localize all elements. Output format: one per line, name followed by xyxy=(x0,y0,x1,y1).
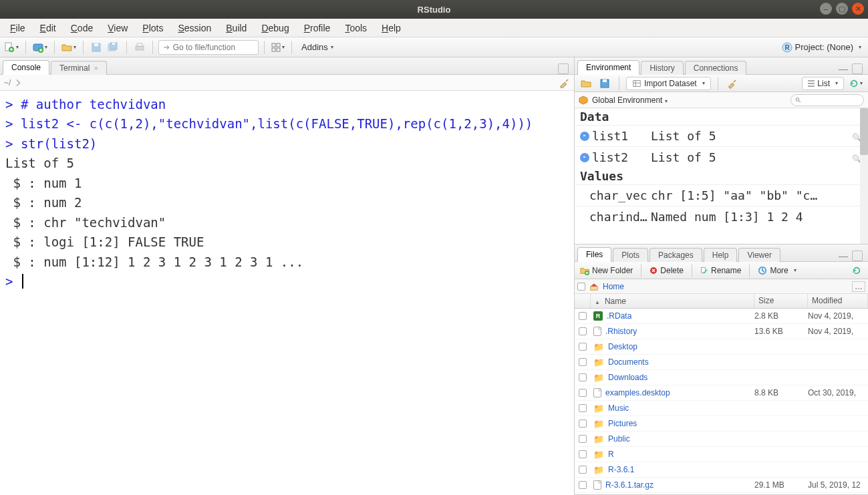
file-name[interactable]: Music xyxy=(608,403,629,413)
env-value-row[interactable]: char_vecchr [1:5] "aa" "bb" "c… xyxy=(575,184,868,206)
save-all-button[interactable] xyxy=(106,40,121,55)
file-row[interactable]: .Rhistory13.6 KBNov 4, 2019, xyxy=(575,324,868,339)
file-checkbox[interactable] xyxy=(579,450,587,458)
menu-view[interactable]: View xyxy=(102,21,134,35)
env-clear-button[interactable] xyxy=(725,76,740,91)
scrollbar-track[interactable] xyxy=(860,108,868,244)
env-search-input[interactable] xyxy=(790,94,864,106)
file-name[interactable]: .RData xyxy=(607,311,631,321)
broom-icon[interactable] xyxy=(559,77,570,88)
menu-build[interactable]: Build xyxy=(220,21,253,35)
file-row[interactable]: R xyxy=(575,447,868,462)
file-name[interactable]: Documents xyxy=(608,357,649,367)
menu-tools[interactable]: Tools xyxy=(339,21,373,35)
file-checkbox[interactable] xyxy=(579,466,587,474)
print-button[interactable] xyxy=(132,40,147,55)
col-modified-header[interactable]: Modified xyxy=(808,294,868,308)
tab-connections[interactable]: Connections xyxy=(685,61,747,75)
file-row[interactable]: Downloads xyxy=(575,370,868,385)
tab-viewer[interactable]: Viewer xyxy=(738,248,780,262)
file-checkbox[interactable] xyxy=(579,327,587,335)
env-data-row[interactable]: list2List of 5 xyxy=(575,146,868,168)
env-view-mode[interactable]: List xyxy=(802,77,844,90)
expand-icon[interactable] xyxy=(580,153,589,162)
pane-minimize-icon[interactable]: — xyxy=(839,251,848,261)
file-name[interactable]: R-3.6.1.tar.gz xyxy=(605,480,654,490)
goto-file-function-input[interactable] xyxy=(158,40,259,55)
menu-code[interactable]: Code xyxy=(65,21,99,35)
env-open-button[interactable] xyxy=(579,76,593,91)
file-name[interactable]: Desktop xyxy=(608,342,637,351)
window-maximize-button[interactable]: ▢ xyxy=(836,3,848,15)
file-checkbox[interactable] xyxy=(579,435,587,443)
file-row[interactable]: examples.desktop8.8 KBOct 30, 2019, xyxy=(575,385,868,401)
console-output[interactable]: > # author techvidvan > list2 <- c(c(1,2… xyxy=(0,91,574,495)
tab-history[interactable]: History xyxy=(641,61,683,75)
file-row[interactable]: Music xyxy=(575,401,868,416)
env-refresh-button[interactable] xyxy=(848,76,864,91)
file-checkbox[interactable] xyxy=(579,420,587,428)
delete-button[interactable]: Delete xyxy=(648,263,685,278)
file-row[interactable]: .RData2.8 KBNov 4, 2019, xyxy=(575,309,868,324)
file-row[interactable]: R-3.6.1.tar.gz29.1 MBJul 5, 2019, 12 xyxy=(575,478,868,493)
new-folder-button[interactable]: New Folder xyxy=(579,263,634,278)
select-all-checkbox[interactable] xyxy=(577,283,585,291)
grid-button[interactable] xyxy=(270,40,286,55)
file-name[interactable]: R-3.6.1 xyxy=(608,465,634,474)
window-minimize-button[interactable]: – xyxy=(820,3,832,15)
env-value-row[interactable]: charind…Named num [1:3] 1 2 4 xyxy=(575,206,868,227)
file-row[interactable]: Public xyxy=(575,432,868,447)
pane-window-icon[interactable] xyxy=(852,63,863,74)
tab-packages[interactable]: Packages xyxy=(649,248,702,262)
open-file-button[interactable] xyxy=(60,40,78,55)
col-size-header[interactable]: Size xyxy=(754,294,808,308)
more-button[interactable]: More xyxy=(756,263,797,278)
env-scope-dropdown[interactable]: Global Environment xyxy=(592,96,668,105)
breadcrumb-home[interactable]: Home xyxy=(603,282,624,291)
menu-debug[interactable]: Debug xyxy=(255,21,295,35)
environment-listing[interactable]: Data list1List of 5list2List of 5 Values… xyxy=(575,108,868,244)
save-button[interactable] xyxy=(89,40,104,55)
window-close-button[interactable]: ✕ xyxy=(852,3,864,15)
pane-window-icon[interactable] xyxy=(558,63,569,74)
addins-button[interactable]: Addins xyxy=(297,40,337,55)
chevron-right-icon[interactable] xyxy=(15,79,23,87)
home-icon[interactable] xyxy=(589,282,599,291)
menu-file[interactable]: File xyxy=(4,21,31,35)
file-name[interactable]: R xyxy=(608,450,614,459)
file-name[interactable]: .Rhistory xyxy=(605,327,637,336)
file-checkbox[interactable] xyxy=(579,389,587,397)
files-refresh-button[interactable] xyxy=(849,263,864,278)
file-checkbox[interactable] xyxy=(579,358,587,366)
env-data-row[interactable]: list1List of 5 xyxy=(575,125,868,146)
file-checkbox[interactable] xyxy=(579,404,587,412)
tab-terminal[interactable]: Terminal× xyxy=(51,61,107,75)
project-menu[interactable]: R Project: (None) xyxy=(778,42,865,53)
file-checkbox[interactable] xyxy=(579,343,587,351)
file-name[interactable]: examples.desktop xyxy=(605,388,670,397)
menu-profile[interactable]: Profile xyxy=(298,21,337,35)
new-project-button[interactable] xyxy=(31,40,49,55)
files-listing[interactable]: Name Size Modified .RData2.8 KBNov 4, 20… xyxy=(575,294,868,494)
file-row[interactable]: Documents xyxy=(575,355,868,370)
menu-edit[interactable]: Edit xyxy=(34,21,62,35)
pane-minimize-icon[interactable]: — xyxy=(839,63,848,74)
file-checkbox[interactable] xyxy=(579,312,587,320)
file-row[interactable]: R-3.6.1 xyxy=(575,462,868,478)
close-icon[interactable]: × xyxy=(94,64,98,72)
tab-plots[interactable]: Plots xyxy=(613,248,648,262)
scrollbar-thumb[interactable] xyxy=(860,108,868,155)
file-name[interactable]: Downloads xyxy=(608,373,647,382)
new-file-button[interactable] xyxy=(3,40,20,55)
menu-plots[interactable]: Plots xyxy=(136,21,169,35)
file-name[interactable]: Pictures xyxy=(608,419,637,428)
tab-environment[interactable]: Environment xyxy=(577,60,639,75)
tab-help[interactable]: Help xyxy=(704,248,738,262)
files-more-icon[interactable]: … xyxy=(852,281,865,292)
menu-session[interactable]: Session xyxy=(172,21,217,35)
pane-window-icon[interactable] xyxy=(852,251,863,261)
tab-console[interactable]: Console xyxy=(3,60,49,75)
import-dataset-button[interactable]: Import Dataset xyxy=(626,77,711,90)
col-name-header[interactable]: Name xyxy=(605,297,626,306)
tab-files[interactable]: Files xyxy=(577,247,611,262)
